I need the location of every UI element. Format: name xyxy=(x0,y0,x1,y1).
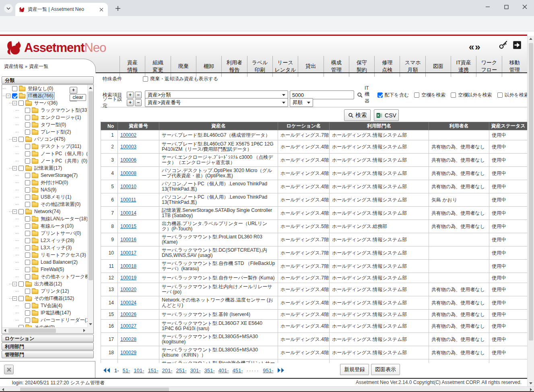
window-minimize-button[interactable] xyxy=(478,0,497,14)
scroll-down-icon[interactable] xyxy=(89,323,92,325)
asset-number-link[interactable]: 100028 xyxy=(120,337,136,342)
tree-item-label[interactable]: エンクロージャ(1) xyxy=(40,114,82,121)
asset-number-link[interactable]: 100029 xyxy=(120,350,136,355)
tree-checkbox[interactable] xyxy=(25,238,30,243)
pagination-link[interactable]: 151- xyxy=(148,367,158,374)
page-vscroll-thumb[interactable] xyxy=(529,43,533,341)
remove-sort-button[interactable]: − xyxy=(135,99,142,106)
tab-close-button[interactable] xyxy=(98,6,105,13)
tree-item[interactable]: − USBメモリ(1) xyxy=(15,193,87,201)
nav-button[interactable]: 構成 管理 xyxy=(324,56,349,77)
asset-number-link[interactable]: 100026 xyxy=(120,312,136,317)
tab-search-button[interactable] xyxy=(4,4,13,13)
pagination-link[interactable]: 301- xyxy=(190,367,200,374)
tree-checkbox[interactable] xyxy=(25,318,30,323)
tree-item[interactable]: − NAS(9) xyxy=(15,186,87,193)
table-row[interactable]: 15 100026 サーバ.ラックマウント型.基幹 (Iserver4) ホール… xyxy=(101,310,528,320)
tree-item[interactable]: − その他(0) xyxy=(8,324,87,327)
pagination-link[interactable]: 351- xyxy=(204,367,215,374)
tree-checkbox[interactable] xyxy=(25,303,30,308)
tree-item[interactable]: − L2スイッチ(28) xyxy=(15,237,87,244)
asset-number-link[interactable]: 100015 xyxy=(120,224,136,229)
tree-item[interactable]: − その他記憶装置(0) xyxy=(15,201,87,208)
tree-item-label[interactable]: ラックマウント型(33) xyxy=(40,107,87,114)
tree-item-label[interactable]: バーコードリーダー(1) xyxy=(40,317,87,324)
checkbox[interactable] xyxy=(143,76,148,82)
tree-scroll-thumb[interactable] xyxy=(89,91,93,280)
nav-button[interactable]: 棚卸 xyxy=(196,56,221,77)
pagination-link[interactable]: 101- xyxy=(134,367,144,374)
tree-checkbox[interactable] xyxy=(25,231,30,236)
table-row[interactable]: 6 100011 パソコン.ノートPC（個人用）.Lenovo ThinkPad… xyxy=(101,193,528,207)
nav-button[interactable]: 貸出 xyxy=(298,56,323,77)
table-row[interactable]: 18 100029 サーバ.ラックマウント型.DL380G5+MSA30 (ki… xyxy=(101,346,528,359)
table-row[interactable]: 10 100017 サーバ.ラックマウント型.DC(SOFTCREATE),内D… xyxy=(101,246,528,260)
scroll-up-icon[interactable] xyxy=(89,87,92,89)
tree-item-label[interactable]: FireWall(5) xyxy=(40,267,65,272)
table-row[interactable]: 12 100019 サーバ.ラックマウント型.自作サーバー製作 (Kuma) ホ… xyxy=(101,273,528,283)
col-header-location[interactable]: ロケーション名 xyxy=(278,122,330,130)
tree-vertical-scrollbar[interactable] xyxy=(87,85,93,327)
password-button[interactable] xyxy=(498,40,509,50)
tree-item-label[interactable]: パソコン(475) xyxy=(33,136,66,143)
tree-item-label[interactable]: TV会議(4) xyxy=(40,302,63,309)
tree-item-label[interactable]: リモートアクセス(3) xyxy=(40,252,87,259)
add-sort-button[interactable]: + xyxy=(127,99,134,106)
table-row[interactable]: 9 100016 サーバ.ラックマウント型.ProLiant DL360 R03… xyxy=(101,233,528,246)
scroll-left-icon[interactable] xyxy=(2,388,4,391)
tree-item[interactable]: − 有線ルータ(10) xyxy=(15,222,87,230)
tree-checkbox[interactable] xyxy=(25,202,30,207)
tree-item-label[interactable]: サーバ(36) xyxy=(33,100,58,107)
asset-number-link[interactable]: 100019 xyxy=(120,275,136,281)
tree-expander-icon[interactable]: − xyxy=(12,296,17,301)
sidebar-panel-using-dept[interactable]: 利用部門 xyxy=(2,343,94,350)
nav-button[interactable]: 図面 xyxy=(425,56,451,77)
asset-number-link[interactable]: 100006 xyxy=(120,157,136,163)
tree-item-label[interactable]: プリンタ(12) xyxy=(40,288,70,295)
tree-item-label[interactable]: IP電話機(147) xyxy=(40,310,72,316)
tree-item[interactable]: − FireWall(5) xyxy=(15,266,87,273)
tree-item[interactable]: − 無線LANルーター(18) xyxy=(15,215,87,222)
tree-expand-all-button[interactable]: + xyxy=(70,87,77,94)
col-header-user[interactable]: 利用者名 xyxy=(429,122,489,130)
tree-expander-icon[interactable]: − xyxy=(12,209,17,214)
tree-checkbox[interactable] xyxy=(19,137,24,142)
tree-item[interactable]: − リモートアクセス(3) xyxy=(15,251,87,259)
pagination-link[interactable]: 201- xyxy=(162,367,172,374)
first-page-icon[interactable] xyxy=(103,367,111,373)
tree-checkbox[interactable] xyxy=(19,281,24,287)
csv-export-button[interactable]: CSV xyxy=(374,109,399,121)
tree-checkbox[interactable] xyxy=(25,267,30,272)
asset-number-link[interactable]: 100003 xyxy=(120,144,136,150)
tree-item-label[interactable]: IT機器(766) xyxy=(27,92,55,100)
asset-number-link[interactable]: 100018 xyxy=(120,263,136,269)
tree-expander-icon[interactable]: − xyxy=(6,94,10,98)
tree-item[interactable]: − ブレード型(2) xyxy=(15,128,87,135)
tree-checkbox[interactable] xyxy=(19,101,24,106)
table-row[interactable]: 4 100008 パソコン.デスクトップ.OptiPlex 3020 Micro… xyxy=(101,167,528,180)
tree-item[interactable]: − IP電話機(147) xyxy=(15,309,87,316)
scroll-left-icon[interactable] xyxy=(4,329,6,332)
tree-item[interactable]: − ノートPC（個人用）(164) xyxy=(15,150,87,157)
tree-clear-button[interactable]: clear xyxy=(70,94,86,101)
tree-checkbox[interactable] xyxy=(25,122,30,127)
collapse-expand-buttons[interactable]: «» xyxy=(469,41,481,53)
pagination-link[interactable]: 51- xyxy=(123,367,130,374)
pagination-link[interactable]: 1- xyxy=(114,367,119,374)
tree-checkbox[interactable] xyxy=(25,158,30,164)
search-button[interactable]: 検索 xyxy=(344,109,371,121)
tree-item-label[interactable]: その他IT機器(152) xyxy=(33,295,75,302)
nav-button[interactable]: 移動 管理 xyxy=(502,56,527,77)
tree-item[interactable]: − エンクロージャ(1) xyxy=(15,114,87,121)
asset-number-link[interactable]: 100010 xyxy=(120,184,136,189)
tree-item-label[interactable]: Load Balancer(2) xyxy=(40,259,78,265)
tree-item-label[interactable]: L3スイッチ(3) xyxy=(40,244,72,251)
tree-checkbox[interactable] xyxy=(19,209,24,214)
col-header-asset-number[interactable]: 資産番号 xyxy=(118,122,159,130)
window-maximize-button[interactable] xyxy=(497,0,515,14)
tree-checkbox[interactable] xyxy=(25,151,30,156)
asset-number-link[interactable]: 100024 xyxy=(120,300,136,306)
pagination-link[interactable]: 251- xyxy=(176,367,186,374)
table-row[interactable]: 16 100027 サーバ.ラックマウント型.DL360G7 XE E5640 … xyxy=(101,320,528,333)
tree-item[interactable]: − Load Balancer(2) xyxy=(15,259,87,266)
